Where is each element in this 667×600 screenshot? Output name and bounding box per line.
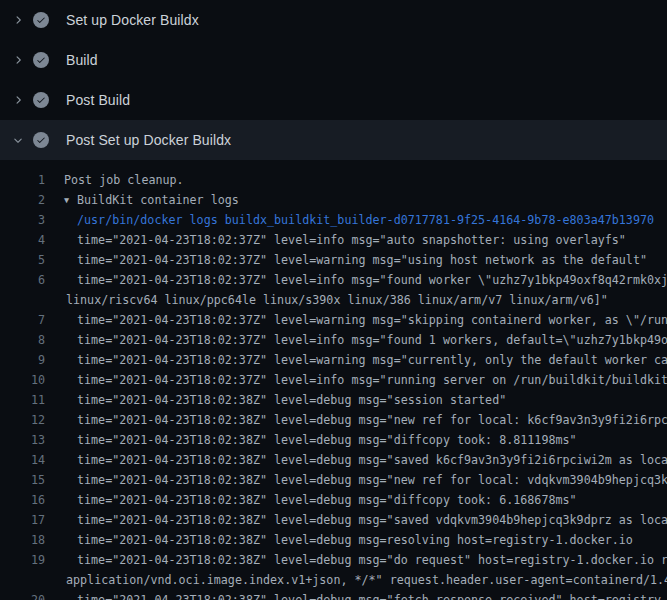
log-line: 13 time="2021-04-23T18:02:38Z" level=deb…: [0, 430, 667, 450]
line-number[interactable]: 18: [0, 530, 45, 550]
steps-list: Set up Docker Buildx Build Post Build: [0, 0, 667, 160]
log-text: time="2021-04-23T18:02:38Z" level=debug …: [45, 490, 577, 510]
log-line: 5 time="2021-04-23T18:02:37Z" level=warn…: [0, 250, 667, 270]
line-number[interactable]: 8: [0, 330, 45, 350]
line-number[interactable]: 13: [0, 430, 45, 450]
log-line: 12 time="2021-04-23T18:02:38Z" level=deb…: [0, 410, 667, 430]
log-line: linux/riscv64 linux/ppc64le linux/s390x …: [0, 290, 667, 310]
log-text: Post job cleanup.: [45, 170, 184, 190]
log-line: 19 time="2021-04-23T18:02:38Z" level=deb…: [0, 550, 667, 570]
line-number[interactable]: 11: [0, 390, 45, 410]
line-number[interactable]: 9: [0, 350, 45, 370]
line-number: [0, 290, 45, 310]
log-line: 7 time="2021-04-23T18:02:37Z" level=warn…: [0, 310, 667, 330]
log-line: 18 time="2021-04-23T18:02:38Z" level=deb…: [0, 530, 667, 550]
step-header-post-build[interactable]: Post Build: [0, 80, 667, 120]
log-text: time="2021-04-23T18:02:38Z" level=debug …: [45, 390, 506, 410]
chevron-right-icon: [12, 14, 24, 26]
log-line: 16 time="2021-04-23T18:02:38Z" level=deb…: [0, 490, 667, 510]
log-viewer: 1 Post job cleanup. 2 BuildKit container…: [0, 170, 667, 600]
log-text: time="2021-04-23T18:02:38Z" level=debug …: [45, 510, 667, 530]
log-line: 1 Post job cleanup.: [0, 170, 667, 190]
log-text: time="2021-04-23T18:02:37Z" level=warnin…: [45, 310, 667, 330]
log-text: time="2021-04-23T18:02:37Z" level=info m…: [45, 270, 667, 290]
line-number[interactable]: 19: [0, 550, 45, 570]
log-line[interactable]: 2 BuildKit container logs: [0, 190, 667, 210]
line-number[interactable]: 16: [0, 490, 45, 510]
line-number: [0, 570, 45, 590]
log-line: 10 time="2021-04-23T18:02:37Z" level=inf…: [0, 370, 667, 390]
step-label: Set up Docker Buildx: [66, 12, 199, 28]
log-line: application/vnd.oci.image.index.v1+json,…: [0, 570, 667, 590]
log-line: 3 /usr/bin/docker logs buildx_buildkit_b…: [0, 210, 667, 230]
triangle-down-icon: [45, 190, 77, 210]
line-number[interactable]: 5: [0, 250, 45, 270]
log-text: application/vnd.oci.image.index.v1+json,…: [45, 570, 667, 590]
log-text: time="2021-04-23T18:02:37Z" level=info m…: [45, 370, 667, 390]
line-number[interactable]: 1: [0, 170, 45, 190]
step-label: Post Set up Docker Buildx: [66, 132, 231, 148]
line-number[interactable]: 15: [0, 470, 45, 490]
log-line: 20 time="2021-04-23T18:02:38Z" level=deb…: [0, 590, 667, 600]
log-text: time="2021-04-23T18:02:37Z" level=warnin…: [45, 250, 647, 270]
log-line: 11 time="2021-04-23T18:02:38Z" level=deb…: [0, 390, 667, 410]
log-text: time="2021-04-23T18:02:37Z" level=warnin…: [45, 350, 667, 370]
line-number[interactable]: 3: [0, 210, 45, 230]
line-number[interactable]: 20: [0, 590, 45, 600]
step-label: Post Build: [66, 92, 130, 108]
log-text: time="2021-04-23T18:02:38Z" level=debug …: [45, 590, 667, 600]
log-text: linux/riscv64 linux/ppc64le linux/s390x …: [45, 290, 608, 310]
line-number[interactable]: 10: [0, 370, 45, 390]
step-header-set-up-docker-buildx[interactable]: Set up Docker Buildx: [0, 0, 667, 40]
line-number[interactable]: 2: [0, 190, 45, 210]
log-text: time="2021-04-23T18:02:38Z" level=debug …: [45, 530, 633, 550]
log-line: 8 time="2021-04-23T18:02:37Z" level=info…: [0, 330, 667, 350]
line-number[interactable]: 7: [0, 310, 45, 330]
log-text: time="2021-04-23T18:02:38Z" level=debug …: [45, 410, 667, 430]
line-number[interactable]: 17: [0, 510, 45, 530]
log-text: time="2021-04-23T18:02:37Z" level=info m…: [45, 230, 626, 250]
log-line: 6 time="2021-04-23T18:02:37Z" level=info…: [0, 270, 667, 290]
step-header-post-set-up-docker-buildx[interactable]: Post Set up Docker Buildx: [0, 120, 667, 160]
log-text: time="2021-04-23T18:02:37Z" level=info m…: [45, 330, 667, 350]
check-circle-icon: [33, 12, 49, 28]
log-line: 9 time="2021-04-23T18:02:37Z" level=warn…: [0, 350, 667, 370]
chevron-right-icon: [12, 54, 24, 66]
log-line: 15 time="2021-04-23T18:02:38Z" level=deb…: [0, 470, 667, 490]
log-line: 4 time="2021-04-23T18:02:37Z" level=info…: [0, 230, 667, 250]
check-circle-icon: [33, 132, 49, 148]
step-label: Build: [66, 52, 98, 68]
log-text: /usr/bin/docker logs buildx_buildkit_bui…: [45, 210, 654, 230]
line-number[interactable]: 4: [0, 230, 45, 250]
chevron-right-icon: [12, 94, 24, 106]
log-text: time="2021-04-23T18:02:38Z" level=debug …: [45, 550, 667, 570]
line-number[interactable]: 6: [0, 270, 45, 290]
check-circle-icon: [33, 92, 49, 108]
line-number[interactable]: 14: [0, 450, 45, 470]
log-text: time="2021-04-23T18:02:38Z" level=debug …: [45, 430, 577, 450]
check-circle-icon: [33, 52, 49, 68]
step-header-build[interactable]: Build: [0, 40, 667, 80]
line-number[interactable]: 12: [0, 410, 45, 430]
log-text: time="2021-04-23T18:02:38Z" level=debug …: [45, 450, 667, 470]
log-text: BuildKit container logs: [77, 190, 239, 210]
log-line: 17 time="2021-04-23T18:02:38Z" level=deb…: [0, 510, 667, 530]
log-text: time="2021-04-23T18:02:38Z" level=debug …: [45, 470, 667, 490]
log-line: 14 time="2021-04-23T18:02:38Z" level=deb…: [0, 450, 667, 470]
chevron-down-icon: [12, 134, 24, 146]
